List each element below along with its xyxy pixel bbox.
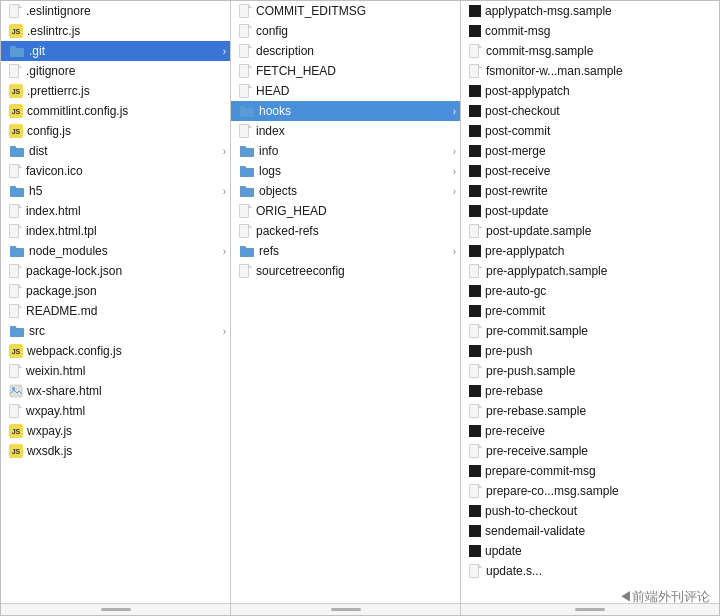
list-item[interactable]: JS.eslintrc.js — [1, 21, 230, 41]
list-item[interactable]: pre-push — [461, 341, 719, 361]
list-item[interactable]: objects› — [231, 181, 460, 201]
chevron-right-icon: › — [453, 186, 456, 197]
list-item[interactable]: sourcetreeconfig — [231, 261, 460, 281]
list-item[interactable]: wx-share.html — [1, 381, 230, 401]
list-item[interactable]: logs› — [231, 161, 460, 181]
list-item[interactable]: post-update.sample — [461, 221, 719, 241]
list-item[interactable]: post-receive — [461, 161, 719, 181]
list-item[interactable]: JS.prettierrc.js — [1, 81, 230, 101]
list-item[interactable]: post-commit — [461, 121, 719, 141]
list-item[interactable]: JSwxpay.js — [1, 421, 230, 441]
list-item[interactable]: dist› — [1, 141, 230, 161]
list-item[interactable]: pre-rebase.sample — [461, 401, 719, 421]
item-label: COMMIT_EDITMSG — [256, 4, 456, 18]
left-panel-content[interactable]: .eslintignoreJS.eslintrc.js .git› .gitig… — [1, 1, 230, 603]
list-item[interactable]: h5› — [1, 181, 230, 201]
file-browser: .eslintignoreJS.eslintrc.js .git› .gitig… — [0, 0, 720, 616]
list-item[interactable]: update.s... — [461, 561, 719, 581]
list-item[interactable]: pre-commit.sample — [461, 321, 719, 341]
list-item[interactable]: update — [461, 541, 719, 561]
svg-rect-6 — [10, 285, 19, 298]
list-item[interactable]: sendemail-validate — [461, 521, 719, 541]
list-item[interactable]: post-checkout — [461, 101, 719, 121]
list-item[interactable]: post-applypatch — [461, 81, 719, 101]
list-item[interactable]: README.md — [1, 301, 230, 321]
list-item[interactable]: packed-refs — [231, 221, 460, 241]
list-item[interactable]: FETCH_HEAD — [231, 61, 460, 81]
chevron-right-icon: › — [453, 246, 456, 257]
middle-panel-bottom — [231, 603, 460, 615]
list-item[interactable]: info› — [231, 141, 460, 161]
list-item[interactable]: JSwebpack.config.js — [1, 341, 230, 361]
list-item[interactable]: pre-applypatch — [461, 241, 719, 261]
list-item[interactable]: .git› — [1, 41, 230, 61]
item-label: pre-rebase — [485, 384, 715, 398]
list-item[interactable]: index.html.tpl — [1, 221, 230, 241]
list-item[interactable]: favicon.ico — [1, 161, 230, 181]
resize-handle[interactable] — [101, 608, 131, 611]
svg-rect-3 — [10, 205, 19, 218]
list-item[interactable]: config — [231, 21, 460, 41]
list-item[interactable]: post-update — [461, 201, 719, 221]
list-item[interactable]: index — [231, 121, 460, 141]
list-item[interactable]: post-rewrite — [461, 181, 719, 201]
item-label: post-update.sample — [486, 224, 715, 238]
list-item[interactable]: JScommitlint.config.js — [1, 101, 230, 121]
item-label: pre-applypatch.sample — [486, 264, 715, 278]
item-label: config.js — [27, 124, 226, 138]
item-label: pre-receive — [485, 424, 715, 438]
list-item[interactable]: pre-receive — [461, 421, 719, 441]
list-item[interactable]: post-merge — [461, 141, 719, 161]
list-item[interactable]: HEAD — [231, 81, 460, 101]
svg-rect-27 — [470, 405, 479, 418]
list-item[interactable]: refs› — [231, 241, 460, 261]
resize-handle-2[interactable] — [331, 608, 361, 611]
list-item[interactable]: description — [231, 41, 460, 61]
list-item[interactable]: node_modules› — [1, 241, 230, 261]
list-item[interactable]: pre-rebase — [461, 381, 719, 401]
list-item[interactable]: fsmonitor-w...man.sample — [461, 61, 719, 81]
list-item[interactable]: pre-auto-gc — [461, 281, 719, 301]
list-item[interactable]: commit-msg — [461, 21, 719, 41]
list-item[interactable]: prepare-commit-msg — [461, 461, 719, 481]
right-panel-content[interactable]: applypatch-msg.samplecommit-msg commit-m… — [461, 1, 719, 603]
item-label: .prettierrc.js — [27, 84, 226, 98]
list-item[interactable]: pre-push.sample — [461, 361, 719, 381]
svg-rect-8 — [10, 365, 19, 378]
list-item[interactable]: index.html — [1, 201, 230, 221]
svg-rect-13 — [240, 25, 249, 38]
list-item[interactable]: .gitignore — [1, 61, 230, 81]
item-label: post-receive — [485, 164, 715, 178]
list-item[interactable]: wxpay.html — [1, 401, 230, 421]
list-item[interactable]: push-to-checkout — [461, 501, 719, 521]
list-item[interactable]: hooks› — [231, 101, 460, 121]
list-item[interactable]: pre-commit — [461, 301, 719, 321]
list-item[interactable]: JSconfig.js — [1, 121, 230, 141]
svg-rect-23 — [470, 225, 479, 238]
list-item[interactable]: pre-receive.sample — [461, 441, 719, 461]
svg-rect-11 — [10, 405, 19, 418]
svg-rect-26 — [470, 365, 479, 378]
list-item[interactable]: ORIG_HEAD — [231, 201, 460, 221]
list-item[interactable]: COMMIT_EDITMSG — [231, 1, 460, 21]
middle-panel-content[interactable]: COMMIT_EDITMSG config description FETCH_… — [231, 1, 460, 603]
list-item[interactable]: applypatch-msg.sample — [461, 1, 719, 21]
list-item[interactable]: package.json — [1, 281, 230, 301]
item-label: pre-commit.sample — [486, 324, 715, 338]
svg-rect-15 — [240, 65, 249, 78]
item-label: commit-msg — [485, 24, 715, 38]
list-item[interactable]: weixin.html — [1, 361, 230, 381]
item-label: post-merge — [485, 144, 715, 158]
list-item[interactable]: pre-applypatch.sample — [461, 261, 719, 281]
list-item[interactable]: package-lock.json — [1, 261, 230, 281]
chevron-right-icon: › — [223, 46, 226, 57]
list-item[interactable]: JSwxsdk.js — [1, 441, 230, 461]
chevron-right-icon: › — [453, 166, 456, 177]
list-item[interactable]: commit-msg.sample — [461, 41, 719, 61]
list-item[interactable]: src› — [1, 321, 230, 341]
list-item[interactable]: prepare-co...msg.sample — [461, 481, 719, 501]
svg-rect-0 — [10, 5, 19, 18]
resize-handle-3[interactable] — [575, 608, 605, 611]
item-label: description — [256, 44, 456, 58]
list-item[interactable]: .eslintignore — [1, 1, 230, 21]
